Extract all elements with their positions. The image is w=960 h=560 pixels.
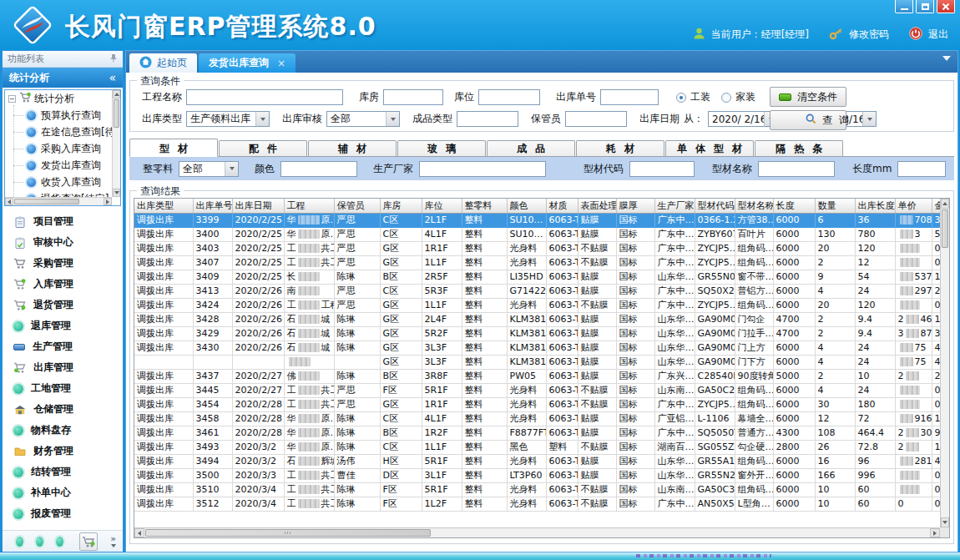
table-row[interactable]: G区3L3F整料KLM38176063-T5贴膜国标山东华…GA90M09…门下… <box>134 355 940 369</box>
cell-profile-name[interactable]: 门勾企 <box>735 312 773 326</box>
cell-unit-price[interactable] <box>895 241 932 255</box>
cell-material[interactable]: 6063-T5 <box>546 383 578 397</box>
cell-profile-name[interactable]: 组角码… <box>735 241 773 255</box>
cell-profile-code[interactable]: GA90M09… <box>695 355 735 369</box>
sidebar-module[interactable]: 出库管理 <box>3 357 123 378</box>
cell-color[interactable]: PW05 <box>507 369 546 383</box>
cell-film-thickness[interactable]: 国标 <box>616 426 654 440</box>
cell-out-length[interactable]: 72 <box>855 411 895 426</box>
cell-length[interactable]: 6000 <box>773 355 815 369</box>
cell-profile-name[interactable]: 组角码… <box>735 454 773 468</box>
cell-keeper[interactable]: 陈琳 <box>334 440 380 454</box>
cell-warehouse[interactable]: G区 <box>380 312 422 326</box>
cell-manufacturer[interactable]: 广亚铝… <box>654 411 695 426</box>
cell-whole-piece[interactable]: 整料 <box>462 312 507 326</box>
cell-profile-code[interactable]: GR55N26 <box>695 468 735 482</box>
outbound-audit-select[interactable]: 全部 <box>326 111 400 127</box>
cell-order-no[interactable]: 3454 <box>193 397 232 411</box>
maximize-button[interactable] <box>916 0 934 13</box>
table-row[interactable]: 调拨出库34282020/2/26石城陈琳G区2L4F整料KLM38176063… <box>134 312 940 326</box>
cell-warehouse[interactable]: G区 <box>380 397 422 411</box>
cell-keeper[interactable]: 严思 <box>334 255 380 270</box>
sidebar-module[interactable]: 项目管理 <box>3 211 123 232</box>
cell-unit-price[interactable] <box>895 468 932 482</box>
cell-keeper[interactable]: 严思 <box>334 383 380 397</box>
cell-order-no[interactable]: 3430 <box>193 341 232 355</box>
cell-profile-name[interactable]: 门拉手… <box>735 326 773 341</box>
cell-out-date[interactable]: 2020/2/27 <box>232 383 284 397</box>
cell-film-thickness[interactable]: 国标 <box>616 298 654 312</box>
cell-length[interactable]: 6000 <box>773 227 815 241</box>
cell-profile-code[interactable]: ZYBY607 <box>695 227 735 241</box>
cell-out-length[interactable]: 60 <box>855 497 895 511</box>
cell-profile-code[interactable]: ZYCJP5… <box>695 298 735 312</box>
cell-material[interactable]: 6063-T5 <box>546 482 578 497</box>
cell-manufacturer[interactable]: 广东中… <box>654 241 695 255</box>
cell-project[interactable]: 工共工程 <box>284 497 334 511</box>
cell-out-date[interactable]: 2020/2/27 <box>232 369 284 383</box>
whole-piece-select[interactable]: 全部 <box>179 161 239 177</box>
cell-keeper[interactable]: 曹佳 <box>334 468 380 482</box>
quick-dot-icon[interactable] <box>36 537 43 547</box>
column-header[interactable]: 出库日期 <box>232 199 284 213</box>
cell-material[interactable]: 6063-T5 <box>546 284 578 298</box>
cell-unit-price[interactable]: 0 <box>895 497 932 511</box>
cell-profile-code[interactable]: GA90M08… <box>695 341 735 355</box>
cell-quantity[interactable]: 30 <box>815 397 855 411</box>
cell-out-length[interactable]: 120 <box>855 241 895 255</box>
cell-outbound-type[interactable]: 调拨出库 <box>134 497 193 511</box>
material-tab[interactable]: 隔热条 <box>755 140 843 156</box>
cell-surface[interactable]: 贴膜 <box>578 454 616 468</box>
cell-location[interactable]: 5R3F <box>422 284 462 298</box>
cell-quantity[interactable]: 2 <box>815 369 855 383</box>
cell-order-no[interactable]: 3458 <box>193 411 232 426</box>
cell-manufacturer[interactable]: 广东中… <box>654 397 695 411</box>
more-buttons-chevron[interactable]: » <box>110 535 116 547</box>
cell-order-no[interactable]: 3407 <box>193 255 232 270</box>
cell-order-no[interactable]: 3500 <box>193 468 232 482</box>
cell-out-length[interactable]: 24 <box>855 355 895 369</box>
cell-project[interactable]: 佛 <box>284 369 334 383</box>
cell-film-thickness[interactable]: 国标 <box>616 326 654 341</box>
length-input[interactable] <box>897 161 946 177</box>
cell-out-date[interactable]: 2020/2/25 <box>232 227 284 241</box>
cell-keeper[interactable]: 严思 <box>334 241 380 255</box>
cell-project[interactable]: 华原… <box>284 426 334 440</box>
cell-quantity[interactable]: 2 <box>815 326 855 341</box>
cell-warehouse[interactable]: G区 <box>380 326 422 341</box>
tree-vertical-scrollbar[interactable] <box>112 90 120 197</box>
keeper-input[interactable] <box>565 111 627 127</box>
cell-amount[interactable]: 216 <box>932 369 940 383</box>
cell-amount[interactable]: 439 <box>932 341 940 355</box>
cell-project[interactable]: 华原… <box>284 411 334 426</box>
cell-film-thickness[interactable]: 国标 <box>616 312 654 326</box>
cell-whole-piece[interactable]: 整料 <box>462 284 507 298</box>
cell-profile-code[interactable]: 0366-1.2 <box>695 213 735 227</box>
cell-surface[interactable]: 贴膜 <box>578 227 616 241</box>
cell-manufacturer[interactable]: 广东兴… <box>654 369 695 383</box>
cell-unit-price[interactable]: 75 <box>895 355 932 369</box>
cell-length[interactable]: 6000 <box>773 255 815 270</box>
cell-location[interactable]: 1R2F <box>422 426 462 440</box>
cell-material[interactable]: 6063-T5 <box>546 255 578 270</box>
cell-profile-code[interactable]: L-1106 <box>695 411 735 426</box>
cell-location[interactable]: 1L2F <box>422 497 462 511</box>
quick-cart-button[interactable] <box>79 532 99 551</box>
cell-keeper[interactable] <box>334 355 380 369</box>
cell-out-length[interactable]: 10 <box>855 369 895 383</box>
cell-project[interactable]: 石城 <box>284 312 334 326</box>
tab-close-icon[interactable]: × <box>277 58 285 69</box>
cell-order-no[interactable]: 3399 <box>193 213 232 227</box>
cell-out-date[interactable]: 2020/2/25 <box>232 255 284 270</box>
cell-outbound-type[interactable]: 调拨出库 <box>134 255 193 270</box>
cell-amount[interactable]: 0 <box>932 468 940 482</box>
cell-whole-piece[interactable]: 整料 <box>462 213 507 227</box>
cell-amount[interactable]: 241 <box>932 284 940 298</box>
cell-color[interactable]: 光身料 <box>507 482 546 497</box>
cell-profile-code[interactable]: AN50X50X2 <box>695 497 735 511</box>
cell-whole-piece[interactable]: 整料 <box>462 468 507 482</box>
cell-length[interactable]: 5000 <box>773 369 815 383</box>
cell-warehouse[interactable]: B区 <box>380 426 422 440</box>
tab-list-caret-icon[interactable] <box>942 56 951 65</box>
cell-manufacturer[interactable]: 广东中… <box>654 255 695 270</box>
